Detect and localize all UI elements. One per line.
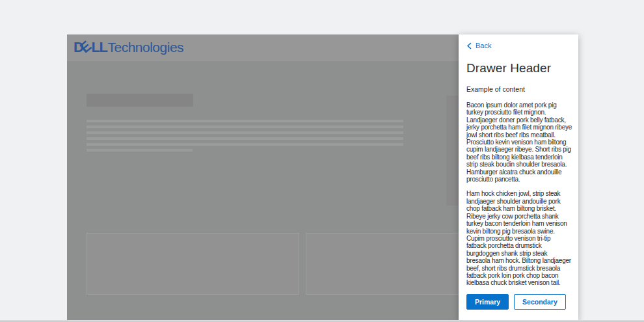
skeleton-card: [87, 233, 299, 295]
skeleton-line: [87, 137, 403, 140]
skeleton-line: [87, 143, 403, 146]
secondary-button[interactable]: Secondary: [514, 294, 566, 310]
content-label: Example of content: [466, 85, 570, 93]
skeleton-line: [87, 131, 403, 134]
skeleton-card-row: [87, 233, 518, 295]
drawer-footer: Primary Secondary: [466, 294, 566, 310]
chevron-left-icon: [466, 42, 472, 49]
logo-dell-wordmark: DELL: [74, 39, 107, 56]
skeleton-text-lines: [87, 120, 403, 155]
back-link-label: Back: [476, 42, 491, 49]
skeleton-line: [87, 120, 403, 122]
primary-button[interactable]: Primary: [466, 294, 509, 310]
dell-technologies-logo: DELL Technologies: [74, 39, 183, 56]
drawer-paragraph: Ham hock chicken jowl, strip steak landj…: [466, 190, 572, 286]
skeleton-line-short: [87, 149, 193, 152]
logo-technologies-wordmark: Technologies: [107, 40, 183, 55]
drawer-title: Drawer Header: [466, 61, 570, 75]
skeleton-title-block: [87, 94, 193, 107]
skeleton-line: [87, 126, 403, 128]
drawer-panel: Back Drawer Header Example of content Ba…: [459, 34, 578, 320]
logo-letters-ll: LL: [92, 39, 107, 56]
back-link[interactable]: Back: [466, 42, 491, 49]
drawer-paragraph: Bacon ipsum dolor amet pork pig turkey p…: [466, 101, 572, 183]
